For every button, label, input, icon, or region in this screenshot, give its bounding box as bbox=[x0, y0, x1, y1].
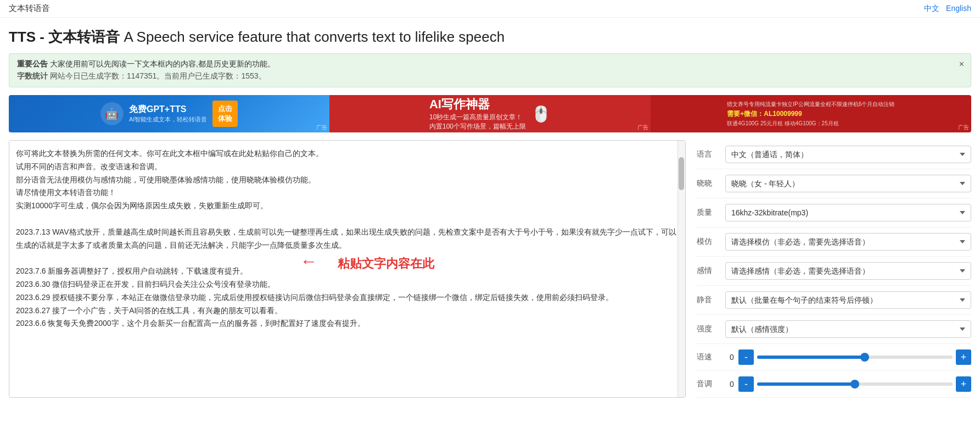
notice-stats: 字数统计 网站今日已生成字数：1147351。当前用户已生成字数：1553。 bbox=[17, 71, 951, 81]
language-label: 语言 bbox=[697, 149, 725, 159]
notice-close-button[interactable]: × bbox=[959, 59, 964, 69]
emotion-setting-row: 感情 请选择感情（非必选，需要先选择语音） bbox=[697, 257, 971, 286]
ad2-label: 广告 bbox=[637, 124, 648, 131]
voice-label: 晓晓 bbox=[697, 179, 725, 188]
notice-important: 重要公告 大家使用前可以先阅读一下文本框内的内容,都是历史更新的功能。 bbox=[17, 59, 951, 69]
left-panel: 粘贴文字内容在此 ← bbox=[9, 140, 686, 398]
ad-banner-3[interactable]: 猎文养号专用纯流量卡独立IP公网流量全程不限速停机6个月自动注销 需要+微信：A… bbox=[651, 95, 971, 132]
silence-setting-row: 静音 默认（批量在每个句子的结束符号后停顿） bbox=[697, 286, 971, 315]
language-select[interactable]: 中文（普通话，简体） English (US) 日本語 한국어 bbox=[725, 146, 971, 163]
text-input[interactable] bbox=[9, 141, 685, 393]
ad2-line1: 10秒生成一篇高质量原创文章！ bbox=[429, 113, 526, 122]
ad1-label: 广告 bbox=[316, 124, 327, 131]
scrollbar[interactable] bbox=[677, 141, 685, 397]
notice-banner: × 重要公告 大家使用前可以先阅读一下文本框内的内容,都是历史更新的功能。 字数… bbox=[9, 53, 971, 87]
speed-plus-button[interactable]: + bbox=[956, 349, 971, 365]
pitch-value: 0 bbox=[725, 380, 738, 389]
language-switcher: 中文 English bbox=[924, 4, 971, 14]
strength-select[interactable]: 默认（感情强度） bbox=[725, 320, 971, 338]
speed-fill bbox=[757, 356, 865, 359]
lang-zh-button[interactable]: 中文 bbox=[924, 4, 939, 14]
ad-banner-1[interactable]: 🤖 免费GPT+TTS AI智能生成文本，轻松转语音 点击体验 广告 bbox=[9, 95, 329, 132]
pitch-label: 音调 bbox=[697, 379, 725, 389]
ad3-label: 广告 bbox=[958, 124, 969, 131]
ad1-title: 免费GPT+TTS bbox=[129, 104, 207, 115]
speed-slider-row: 语速 0 - + bbox=[697, 344, 971, 371]
header: 文本转语音 中文 English bbox=[0, 0, 980, 18]
notice-stats-text: 网站今日已生成字数：1147351。当前用户已生成字数：1553。 bbox=[48, 71, 266, 80]
page-title-zh: TTS - 文本转语音 bbox=[9, 29, 120, 45]
voice-select[interactable]: 晓晓（女 - 年轻人） 云扬（男） 晓墨（女） bbox=[725, 175, 971, 192]
ad-banner-2[interactable]: AI写作神器 10秒生成一篇高质量原创文章！ 内置100个写作场景，篇幅无上限 … bbox=[329, 95, 650, 132]
ad2-text-block: AI写作神器 10秒生成一篇高质量原创文章！ 内置100个写作场景，篇幅无上限 bbox=[429, 96, 526, 131]
ad2-line2: 内置100个写作场景，篇幅无上限 bbox=[429, 122, 526, 131]
language-setting-row: 语言 中文（普通话，简体） English (US) 日本語 한국어 bbox=[697, 140, 971, 169]
ad1-button[interactable]: 点击体验 bbox=[212, 101, 238, 127]
strength-label: 强度 bbox=[697, 324, 725, 334]
pitch-fill bbox=[757, 382, 855, 386]
quality-label: 质量 bbox=[697, 208, 725, 218]
main-area: 粘贴文字内容在此 ← 语言 中文（普通话，简体） English (US) 日本… bbox=[0, 140, 980, 398]
silence-label: 静音 bbox=[697, 295, 725, 305]
speed-track bbox=[757, 356, 953, 359]
voice-setting-row: 晓晓 晓晓（女 - 年轻人） 云扬（男） 晓墨（女） bbox=[697, 169, 971, 198]
ad2-brand: AI写作神器 bbox=[429, 96, 526, 113]
imitate-setting-row: 模仿 请选择模仿（非必选，需要先选择语音） bbox=[697, 227, 971, 257]
scroll-thumb[interactable] bbox=[679, 157, 684, 190]
pitch-track bbox=[757, 382, 953, 386]
strength-setting-row: 强度 默认（感情强度） bbox=[697, 315, 971, 344]
ad-row: 🤖 免费GPT+TTS AI智能生成文本，轻松转语音 点击体验 广告 AI写作神… bbox=[9, 95, 971, 132]
ad3-line3: 联通4G100G 25元月租 移动4G100G：25月租 bbox=[727, 120, 894, 127]
speed-value: 0 bbox=[725, 353, 738, 362]
pitch-plus-button[interactable]: + bbox=[956, 376, 971, 392]
ad1-icon: 🤖 bbox=[100, 102, 124, 125]
page-title: TTS - 文本转语音 A Speech service feature tha… bbox=[0, 18, 980, 53]
ad1-text-block: 免费GPT+TTS AI智能生成文本，轻松转语音 bbox=[129, 104, 207, 124]
page-title-en: A Speech service feature that converts t… bbox=[120, 29, 505, 45]
right-panel: 语言 中文（普通话，简体） English (US) 日本語 한국어 晓晓 晓晓… bbox=[697, 140, 971, 398]
quality-setting-row: 质量 16khz-32kbitrate(mp3) 24khz-48kbitrat… bbox=[697, 198, 971, 227]
speed-label: 语速 bbox=[697, 352, 725, 362]
pitch-minus-button[interactable]: - bbox=[738, 376, 754, 392]
notice-stats-label: 字数统计 bbox=[17, 71, 48, 80]
pitch-thumb[interactable] bbox=[850, 380, 859, 389]
notice-important-label: 重要公告 bbox=[17, 59, 48, 68]
ad2-cursor-icon: 🖱️ bbox=[531, 105, 551, 123]
pitch-slider-row: 音调 0 - + bbox=[697, 371, 971, 398]
ad3-line2: 需要+微信：AL10009999 bbox=[727, 109, 894, 119]
speed-minus-button[interactable]: - bbox=[738, 349, 754, 365]
emotion-label: 感情 bbox=[697, 266, 725, 276]
header-title: 文本转语音 bbox=[9, 3, 50, 14]
silence-select[interactable]: 默认（批量在每个句子的结束符号后停顿） bbox=[725, 291, 971, 309]
emotion-select[interactable]: 请选择感情（非必选，需要先选择语音） bbox=[725, 262, 971, 280]
notice-important-text: 大家使用前可以先阅读一下文本框内的内容,都是历史更新的功能。 bbox=[48, 59, 275, 68]
ad1-subtitle: AI智能生成文本，轻松转语音 bbox=[129, 115, 207, 124]
lang-en-button[interactable]: English bbox=[946, 4, 971, 14]
quality-select[interactable]: 16khz-32kbitrate(mp3) 24khz-48kbitrate(m… bbox=[725, 204, 971, 221]
speed-thumb[interactable] bbox=[860, 353, 869, 362]
imitate-label: 模仿 bbox=[697, 237, 725, 247]
ad3-line1: 猎文养号专用纯流量卡独立IP公网流量全程不限速停机6个月自动注销 bbox=[727, 101, 894, 108]
imitate-select[interactable]: 请选择模仿（非必选，需要先选择语音） bbox=[725, 233, 971, 251]
